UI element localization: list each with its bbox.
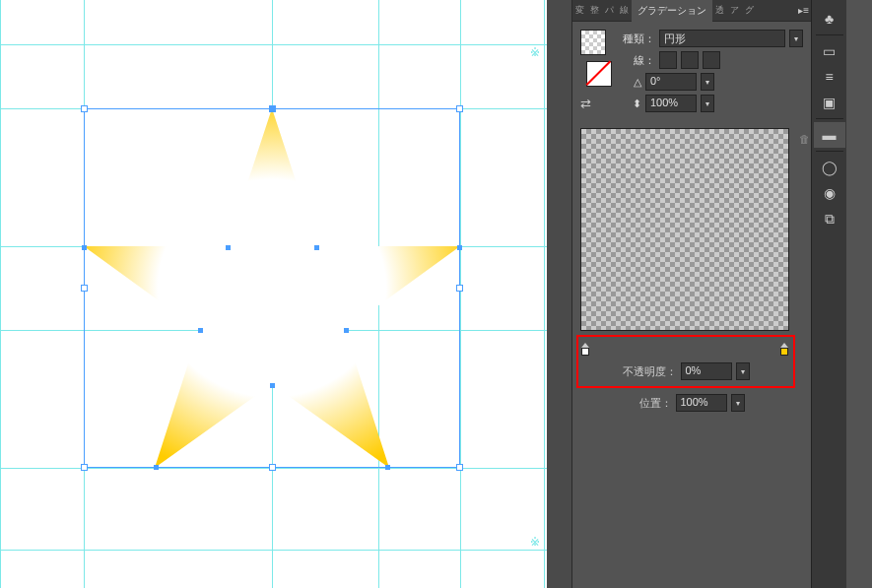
gradient-stop-right[interactable] [779,343,789,357]
stroke-swatch[interactable] [586,61,612,87]
corner-mark: ※ [530,45,540,55]
tab[interactable]: パ [602,0,617,21]
gradient-type-select[interactable]: 円形 [659,30,786,47]
star-shape[interactable] [84,108,460,468]
canvas-area[interactable]: ※ ※ [0,0,571,588]
dock-strip: ♣ ▭ ≡ ▣ ▬ ◯ ◉ ⧉ [811,0,846,588]
dashed-rect-icon[interactable]: ▭ [814,38,845,64]
aspect-ratio-input[interactable]: 100% [645,95,697,112]
chevron-down-icon[interactable]: ▾ [731,394,745,412]
gradient-slider[interactable] [582,339,787,359]
align-icon[interactable]: ≡ [814,64,845,90]
opacity-input[interactable]: 0% [681,362,732,380]
tab[interactable]: 透 [712,0,727,21]
guide-vertical[interactable] [0,0,1,588]
stroke-option-2[interactable] [681,51,699,69]
type-label: 種類： [622,32,655,46]
opacity-label: 不透明度： [623,364,677,379]
swap-fill-stroke-icon[interactable]: ⇄ [580,97,616,111]
tab[interactable]: 線 [617,0,632,21]
fill-swatch[interactable] [580,30,606,55]
stroke-option-3[interactable] [703,51,720,69]
stroke-label: 線： [622,53,655,68]
guide-horizontal[interactable] [0,468,547,469]
tab-gradient[interactable]: グラデーション [632,0,712,22]
corner-mark: ※ [530,535,540,545]
gradient-stop-left[interactable] [580,343,590,357]
chevron-down-icon[interactable]: ▾ [701,73,714,91]
overlap-icon[interactable]: ⧉ [814,206,845,231]
gradient-icon[interactable]: ▬ [814,122,845,148]
highlighted-section: 不透明度： 0% ▾ [576,335,795,388]
angle-input[interactable]: 0° [645,73,697,91]
panel-menu-icon[interactable]: ▸≡ [798,5,809,16]
guide-vertical[interactable] [544,0,545,588]
guide-horizontal[interactable] [0,44,547,45]
guide-vertical[interactable] [460,0,461,588]
gradient-panel: 変 整 パ 線 グラデーション 透 ア グ ▸≡ ⇄ 種類： 円形 ▾ [571,0,811,588]
angle-icon: △ [622,76,641,89]
guide-horizontal[interactable] [0,550,547,551]
tab[interactable]: 整 [587,0,602,21]
target-icon[interactable]: ◉ [814,180,845,206]
ratio-icon: ⬍ [622,98,641,110]
svg-marker-0 [84,108,460,468]
tab[interactable]: グ [742,0,757,21]
tab[interactable]: ア [727,0,742,21]
chevron-down-icon[interactable]: ▾ [701,95,714,112]
layers-icon[interactable]: ▣ [814,90,845,115]
position-label: 位置： [639,396,672,411]
gradient-preview[interactable]: 🗑 [580,128,789,331]
stroke-option-1[interactable] [659,51,677,69]
position-input[interactable]: 100% [676,394,727,412]
chevron-down-icon[interactable]: ▾ [736,362,750,380]
circle-icon[interactable]: ◯ [814,155,845,180]
chevron-down-icon[interactable]: ▾ [789,30,803,47]
tab[interactable]: 変 [572,0,587,21]
trash-icon[interactable]: 🗑 [799,133,810,145]
artboard[interactable]: ※ ※ [0,0,547,588]
club-icon[interactable]: ♣ [814,6,845,32]
panel-tabs: 変 整 パ 線 グラデーション 透 ア グ ▸≡ [572,0,811,22]
